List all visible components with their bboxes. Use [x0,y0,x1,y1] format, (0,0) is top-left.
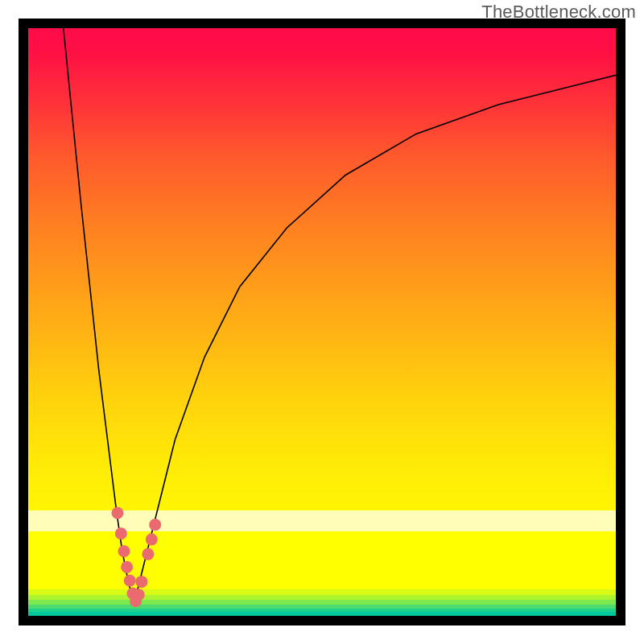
marker-point [142,548,154,560]
plot-frame [19,19,625,625]
marker-point [124,575,136,587]
curve-right-branch [134,75,616,604]
marker-point [111,507,123,519]
marker-point [149,518,161,530]
curve-left-branch [64,28,134,604]
curve-layer [28,28,616,616]
marker-point [133,588,145,601]
marker-point [146,534,158,546]
plot-area [28,28,616,616]
marker-point [121,561,133,573]
marker-point [115,527,127,539]
chart-stage: TheBottleneck.com [0,0,644,644]
marker-point [135,576,147,588]
bottleneck-curve [64,28,616,604]
marker-point [118,545,130,557]
highlighted-points [111,507,161,608]
